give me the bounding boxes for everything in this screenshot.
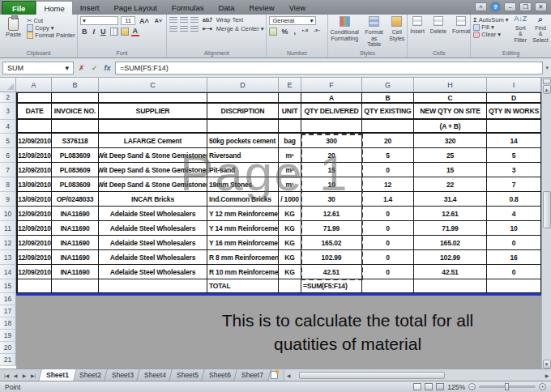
minimize-icon[interactable]: – xyxy=(504,2,516,11)
cell-E6[interactable]: m³ xyxy=(279,148,301,163)
cell-E2[interactable] xyxy=(279,92,301,103)
cell-F5[interactable]: 300 xyxy=(301,134,362,148)
cell-E4[interactable] xyxy=(279,120,301,134)
sort-filter-button[interactable]: A↓Z Sort & Filter xyxy=(513,16,528,43)
cell-B8[interactable]: PL083609 xyxy=(52,177,99,192)
align-left-icon[interactable] xyxy=(169,26,177,32)
column-header-G[interactable]: G xyxy=(362,78,414,92)
cell-E12[interactable]: KG xyxy=(279,236,301,250)
cell-F12[interactable]: 165.02 xyxy=(301,236,362,250)
conditional-formatting-button[interactable]: Conditional Formatting xyxy=(331,16,359,41)
row-header-4[interactable]: 4 xyxy=(0,120,16,134)
cell-B14[interactable]: INA11690 xyxy=(52,265,99,279)
cell-C5[interactable]: LAFARGE Cement xyxy=(99,134,207,148)
cell-B12[interactable]: INA11690 xyxy=(52,236,99,250)
cell-E13[interactable]: KG xyxy=(279,250,301,265)
cell-D9[interactable]: Ind.Common Bricks xyxy=(207,192,279,207)
cell-G3[interactable]: QTY EXISTING xyxy=(362,103,414,120)
row-header-8[interactable]: 8 xyxy=(0,177,16,192)
cell-D10[interactable]: Y 12 mm Reinforcement xyxy=(207,207,279,221)
cell-A6[interactable]: 12/09/2010 xyxy=(16,148,52,163)
cell-B13[interactable]: INA11690 xyxy=(52,250,99,265)
cell-F7[interactable]: 15 xyxy=(301,163,362,177)
cell-H12[interactable]: 165.02 xyxy=(414,236,487,250)
cell-A10[interactable]: 12/09/2010 xyxy=(16,207,52,221)
cell-I6[interactable]: 5 xyxy=(487,148,541,163)
shrink-font-icon[interactable]: A˅ xyxy=(153,18,164,23)
cell-G6[interactable]: 5 xyxy=(362,148,414,163)
row-header-13[interactable]: 13 xyxy=(0,250,16,265)
ribbon-tab-home[interactable]: Home xyxy=(36,1,72,15)
ribbon-tab-file[interactable]: File xyxy=(2,1,36,15)
column-header-D[interactable]: D xyxy=(207,78,279,92)
cell-I9[interactable]: 0.8 xyxy=(487,192,541,207)
borders-icon[interactable] xyxy=(110,28,118,36)
column-header-B[interactable]: B xyxy=(52,78,99,92)
cell-B15[interactable] xyxy=(52,279,99,293)
cell-B7[interactable]: PL083609 xyxy=(52,163,99,177)
cell-A5[interactable]: 12/09/2010 xyxy=(16,134,52,148)
cell-C15[interactable] xyxy=(99,279,207,293)
sheet-tab-sheet5[interactable]: Sheet5 xyxy=(169,369,206,381)
increase-decimal-icon[interactable]: ⁺·⁰ xyxy=(300,28,310,35)
clear-button[interactable]: Clear ▾ xyxy=(473,31,508,38)
select-all-corner[interactable] xyxy=(0,78,16,92)
cell-C11[interactable]: Adelaide Steel Wholesalers xyxy=(99,221,207,236)
cell-F4[interactable] xyxy=(301,120,362,134)
ribbon-tab-data[interactable]: Data xyxy=(211,1,241,15)
cell-G4[interactable] xyxy=(362,120,414,134)
cell-A12[interactable]: 12/09/2010 xyxy=(16,236,52,250)
row-header-2[interactable]: 2 xyxy=(0,92,16,103)
cell-F8[interactable]: 10 xyxy=(301,177,362,192)
cell-I8[interactable]: 7 xyxy=(487,177,541,192)
paste-button[interactable]: Paste xyxy=(2,16,24,39)
vertical-scrollbar[interactable]: ▲ ▼ xyxy=(541,78,551,369)
vertical-scroll-track[interactable] xyxy=(543,94,551,360)
expand-formula-bar-icon[interactable]: ▾ xyxy=(545,65,549,71)
cell-F6[interactable]: 20 xyxy=(301,148,362,163)
cell-C12[interactable]: Adelaide Steel Wholesalers xyxy=(99,236,207,250)
decrease-decimal-icon[interactable]: ·⁰⁻ xyxy=(312,28,322,35)
grow-font-icon[interactable]: A˄ xyxy=(138,17,151,25)
cell-G13[interactable]: 0 xyxy=(362,250,414,265)
cell-B6[interactable]: PL083609 xyxy=(52,148,99,163)
cell-H15[interactable] xyxy=(414,279,487,293)
sheet-tab-sheet6[interactable]: Sheet6 xyxy=(201,369,238,381)
cell-I11[interactable]: 10 xyxy=(487,221,541,236)
cell-B9[interactable]: OP/0248033 xyxy=(52,192,99,207)
cell-H6[interactable]: 25 xyxy=(414,148,487,163)
cell-C9[interactable]: INCAR Bricks xyxy=(99,192,207,207)
row-header-21[interactable]: 21 xyxy=(0,354,16,366)
cell-F15[interactable]: =SUM(F5:F14) xyxy=(301,279,362,293)
row-header-15[interactable]: 15 xyxy=(0,279,16,293)
font-name-box[interactable]: ▾ xyxy=(80,16,118,25)
horizontal-scroll-track[interactable] xyxy=(294,372,541,379)
enter-formula-icon[interactable]: ✓ xyxy=(89,64,100,72)
cell-D15[interactable]: TOTAL xyxy=(207,279,279,293)
align-center-icon[interactable] xyxy=(180,26,188,32)
ribbon-tab-page-layout[interactable]: Page Layout xyxy=(106,1,164,15)
cell-C3[interactable]: SUPPLIER xyxy=(99,103,207,120)
name-box[interactable]: SUM▾ xyxy=(2,62,74,75)
cell-F9[interactable]: 30 xyxy=(301,192,362,207)
cell-G8[interactable]: 12 xyxy=(362,177,414,192)
ribbon-tab-review[interactable]: Review xyxy=(242,1,282,15)
cell-H4[interactable]: (A + B) xyxy=(414,120,487,134)
cell-A9[interactable]: 13/09/2010 xyxy=(16,192,52,207)
cancel-formula-icon[interactable]: ✗ xyxy=(76,64,87,72)
cut-button[interactable]: ✂Cut xyxy=(27,17,75,24)
cell-D7[interactable]: Pit-sand xyxy=(207,163,279,177)
cell-A4[interactable] xyxy=(16,120,52,134)
cell-B3[interactable]: INVOICE NO. xyxy=(52,103,99,120)
cell-E11[interactable]: KG xyxy=(279,221,301,236)
row-header-5[interactable]: 5 xyxy=(0,134,16,148)
cell-C7[interactable]: Wit Deep Sand & Stone Gemistoner xyxy=(99,163,207,177)
cell-I4[interactable] xyxy=(487,120,541,134)
horizontal-scrollbar[interactable]: ◀ ▶ xyxy=(284,369,551,381)
zoom-slider-knob[interactable] xyxy=(505,383,509,390)
cell-G11[interactable]: 0 xyxy=(362,221,414,236)
fill-color-icon[interactable] xyxy=(121,28,129,36)
row-header-16[interactable]: 16 xyxy=(0,293,16,305)
cell-D14[interactable]: R 10 mm Reinforcement xyxy=(207,265,279,279)
row-header-11[interactable]: 11 xyxy=(0,221,16,236)
